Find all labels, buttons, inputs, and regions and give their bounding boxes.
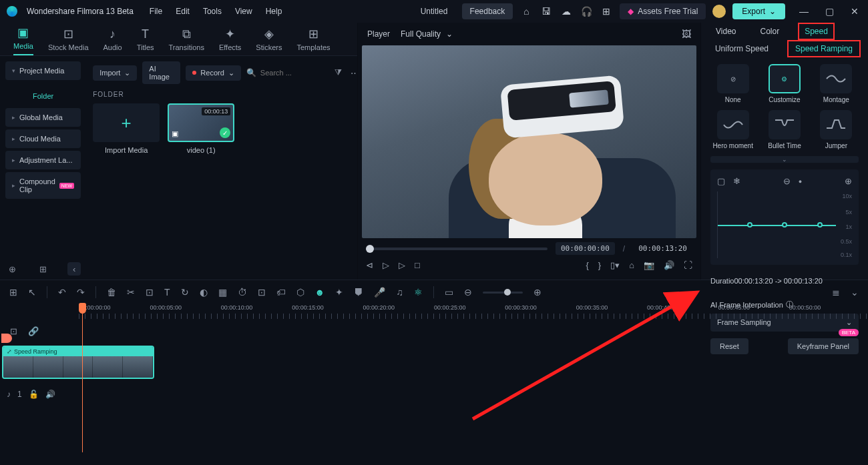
- tab-speed-ramping[interactable]: Speed Ramping: [787, 40, 861, 57]
- save-icon[interactable]: 🖫: [539, 5, 553, 18]
- menu-help[interactable]: Help: [266, 7, 282, 16]
- tab-uniform-speed[interactable]: Uniform Speed: [708, 41, 775, 56]
- menu-edit[interactable]: Edit: [176, 7, 190, 16]
- rotate-icon[interactable]: ↻: [181, 287, 189, 298]
- collapse-presets[interactable]: ⌄: [710, 156, 859, 163]
- screen-icon[interactable]: ⌂: [629, 260, 634, 270]
- tab-media[interactable]: ▣Media: [13, 25, 33, 55]
- sidebar-adjustment-layer[interactable]: ▸Adjustment La...: [5, 151, 81, 169]
- crop-icon[interactable]: ⊡: [146, 287, 154, 298]
- smile-icon[interactable]: ☻: [315, 287, 325, 298]
- tab-transitions[interactable]: ⧉Transitions: [169, 27, 204, 55]
- video-tile[interactable]: 00:00:13 ▣ ✓ video (1): [168, 103, 234, 154]
- add-keyframe-icon[interactable]: ⊕: [845, 176, 852, 186]
- volume-icon[interactable]: 🔊: [664, 260, 674, 270]
- scrub-track[interactable]: [366, 248, 548, 250]
- tab-templates[interactable]: ⊞Templates: [296, 27, 330, 55]
- preset-none[interactable]: ⊘None: [710, 64, 755, 103]
- sidebar-global-media[interactable]: ▸Global Media: [5, 108, 81, 127]
- menu-view[interactable]: View: [235, 7, 252, 16]
- sidebar-cloud-media[interactable]: ▸Cloud Media: [5, 129, 81, 148]
- delete-icon[interactable]: 🗑: [107, 287, 116, 298]
- close-icon[interactable]: ✕: [848, 5, 861, 18]
- tab-video[interactable]: Video: [710, 24, 741, 39]
- undo-icon[interactable]: ↶: [58, 287, 66, 298]
- zoom-out-icon[interactable]: ⊖: [464, 287, 472, 298]
- ai-icon[interactable]: ⚛: [414, 287, 423, 298]
- lock-icon[interactable]: 🔓: [29, 390, 39, 399]
- ai-image-button[interactable]: AI Image: [142, 61, 180, 84]
- apps-icon[interactable]: ⊞: [600, 5, 613, 18]
- shape-icon[interactable]: ⬡: [296, 287, 304, 298]
- play-icon[interactable]: ▷: [383, 260, 389, 270]
- snapshot-icon[interactable]: 🖼: [682, 29, 691, 39]
- freeze-icon[interactable]: ❄: [733, 176, 740, 186]
- cloud-icon[interactable]: ☁: [560, 5, 573, 18]
- export-button[interactable]: Export⌄: [732, 3, 785, 19]
- zoom-slider[interactable]: [483, 292, 523, 294]
- tab-stock-media[interactable]: ⊡Stock Media: [48, 27, 89, 55]
- filter-icon[interactable]: ⧩: [333, 66, 344, 79]
- timeline-clip[interactable]: ⤢Speed Ramping: [2, 346, 154, 379]
- link-icon[interactable]: 🔗: [27, 324, 40, 338]
- tab-titles[interactable]: TTitles: [137, 27, 154, 55]
- graph-toggle-icon[interactable]: ▢: [717, 176, 725, 186]
- speed-graph[interactable]: ▢ ❄ ⊖ ● ⊕ 10x 5x 1x 0.5x 0.1x: [710, 169, 859, 265]
- sparkle-icon[interactable]: ✦: [335, 287, 343, 298]
- tab-audio[interactable]: ♪Audio: [103, 27, 122, 55]
- avatar-icon[interactable]: [712, 5, 726, 18]
- maximize-icon[interactable]: ▢: [823, 5, 836, 18]
- frame-icon[interactable]: ▭: [445, 287, 453, 298]
- minimize-icon[interactable]: —: [797, 5, 811, 18]
- menu-file[interactable]: File: [150, 7, 162, 16]
- play-loop-icon[interactable]: ▷: [399, 260, 405, 270]
- sidebar-compound-clip[interactable]: ▸Compound ClipNEW: [5, 172, 81, 199]
- headphones-icon[interactable]: 🎧: [580, 5, 593, 18]
- stop-icon[interactable]: □: [415, 260, 420, 270]
- collapse-sidebar-icon[interactable]: ‹: [67, 262, 81, 276]
- view-options-icon[interactable]: ⌄: [851, 287, 859, 298]
- device-icon[interactable]: ⌂: [519, 5, 533, 18]
- folder-tab[interactable]: Folder: [5, 87, 81, 105]
- color-icon[interactable]: ▦: [218, 287, 227, 298]
- timeline-marker[interactable]: [1, 334, 12, 343]
- preset-jumper[interactable]: Jumper: [814, 110, 859, 149]
- import-button[interactable]: Import⌄: [93, 65, 137, 81]
- preset-customize[interactable]: ⚙Customize: [762, 64, 807, 103]
- record-button[interactable]: Record⌄: [186, 65, 240, 81]
- fullscreen-icon[interactable]: ⛶: [684, 260, 692, 270]
- prev-frame-icon[interactable]: ⊲: [366, 260, 373, 270]
- project-media-header[interactable]: ▾Project Media: [5, 61, 81, 80]
- keyframe-dot-icon[interactable]: ●: [799, 178, 802, 185]
- video-viewport[interactable]: [362, 45, 696, 238]
- view-list-icon[interactable]: ≣: [832, 287, 840, 298]
- quality-select[interactable]: Full Quality⌄: [401, 29, 453, 39]
- pointer-icon[interactable]: ↖: [28, 287, 36, 298]
- text-icon[interactable]: T: [164, 287, 170, 298]
- mute-icon[interactable]: 🔊: [45, 390, 55, 399]
- time-ruler[interactable]: 00:00:00:00 00:00:05:00 00:00:10:00 00:0…: [79, 304, 868, 319]
- tab-effects[interactable]: ✦Effects: [219, 27, 241, 55]
- mark-out-icon[interactable]: }: [598, 260, 601, 270]
- playhead[interactable]: [82, 304, 83, 452]
- assets-trial-button[interactable]: ◆Assets Free Trial: [620, 3, 706, 19]
- remove-keyframe-icon[interactable]: ⊖: [783, 176, 791, 186]
- feedback-button[interactable]: Feedback: [462, 3, 513, 19]
- camera-icon[interactable]: 📷: [644, 260, 654, 270]
- import-media-tile[interactable]: + Import Media: [93, 103, 160, 154]
- shield-icon[interactable]: ⛊: [354, 287, 363, 298]
- zoom-in-icon[interactable]: ⊕: [533, 287, 541, 298]
- ratio-icon[interactable]: ▯▾: [610, 260, 620, 270]
- grid-icon[interactable]: ⊞: [9, 287, 17, 298]
- new-bin-icon[interactable]: ⊞: [37, 262, 50, 276]
- tab-color[interactable]: Color: [754, 24, 785, 39]
- tab-speed[interactable]: Speed: [798, 23, 835, 40]
- mask-icon[interactable]: ◐: [200, 287, 208, 298]
- mic-icon[interactable]: 🎤: [374, 287, 385, 298]
- preset-bullet-time[interactable]: Bullet Time: [762, 110, 807, 149]
- speed-tool-icon[interactable]: ⏱: [238, 287, 247, 298]
- mark-in-icon[interactable]: {: [586, 260, 588, 270]
- music-icon[interactable]: ♫: [396, 287, 403, 298]
- scrub-handle[interactable]: [366, 245, 374, 253]
- tag-icon[interactable]: 🏷: [276, 287, 286, 298]
